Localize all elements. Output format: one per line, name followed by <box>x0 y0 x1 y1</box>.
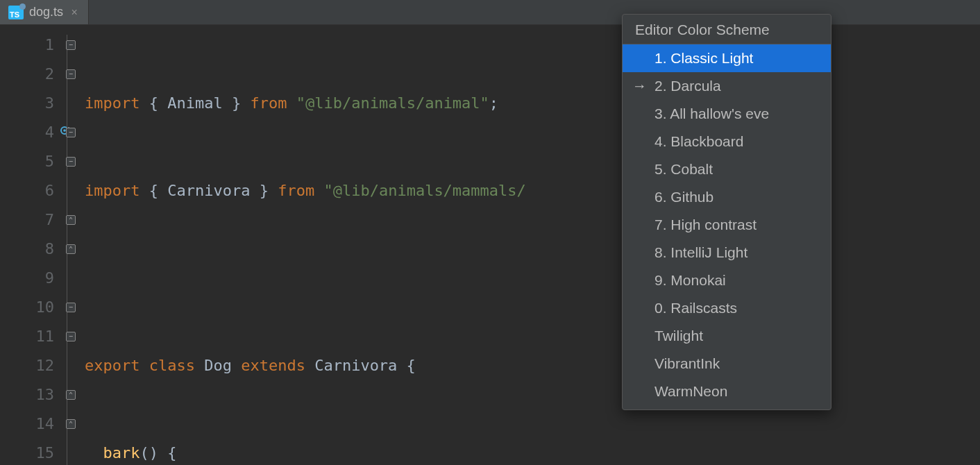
line-number-gutter: 1 2 3 4 5 6 7 8 9 10 11 12 13 14 15 <box>0 25 62 465</box>
color-scheme-option[interactable]: 1. Classic Light <box>623 44 831 72</box>
keyword: import <box>85 94 140 112</box>
color-scheme-option[interactable]: WarmNeon <box>623 378 831 405</box>
tab-filename: dog.ts <box>29 5 63 19</box>
color-scheme-option[interactable]: 9. Monokai <box>623 267 831 294</box>
color-scheme-option[interactable]: 6. Github <box>623 183 831 211</box>
color-scheme-option[interactable]: Twilight <box>623 322 831 350</box>
keyword: export <box>85 357 149 374</box>
keyword: class <box>149 357 204 374</box>
color-scheme-option[interactable]: →2. Darcula <box>623 72 831 100</box>
identifier: Animal <box>167 94 222 112</box>
color-scheme-option-label: 1. Classic Light <box>654 50 753 67</box>
string: "@lib/animals/animal" <box>296 94 489 112</box>
color-scheme-option-label: 0. Railscasts <box>654 300 737 316</box>
punctuation: { <box>167 444 176 462</box>
tab-dog-ts[interactable]: TS dog.ts × <box>0 0 89 24</box>
color-scheme-option-label: 5. Cobalt <box>654 161 713 178</box>
color-scheme-option[interactable]: 7. High contrast <box>623 211 831 239</box>
fold-marker-icon[interactable]: − <box>66 303 76 312</box>
fold-marker-icon[interactable]: − <box>66 69 76 79</box>
color-scheme-option-label: VibrantInk <box>654 355 720 372</box>
line-number: 10 <box>0 293 54 322</box>
color-scheme-option[interactable]: 0. Railscasts <box>623 294 831 322</box>
color-scheme-option[interactable]: VibrantInk <box>623 350 831 378</box>
line-number: 9 <box>0 264 54 293</box>
editor-area[interactable]: 1 2 3 4 5 6 7 8 9 10 11 12 13 14 15 − − … <box>0 25 980 465</box>
color-scheme-option[interactable]: 5. Cobalt <box>623 155 831 183</box>
punctuation: { <box>407 357 416 374</box>
line-number: 1 <box>0 31 54 60</box>
fold-marker-icon[interactable]: − <box>66 332 76 341</box>
line-number: 14 <box>0 409 54 439</box>
punctuation: ; <box>489 94 498 112</box>
keyword: import <box>85 182 140 199</box>
line-number: 5 <box>0 147 54 176</box>
fold-end-icon[interactable]: ⌃ <box>66 419 76 429</box>
punctuation: } <box>250 182 278 199</box>
keyword: extends <box>241 357 314 374</box>
color-scheme-option-label: WarmNeon <box>654 383 727 400</box>
popup-title: Editor Color Scheme <box>623 15 831 44</box>
color-scheme-option-label: 8. IntelliJ Light <box>654 244 747 261</box>
punctuation: } <box>223 94 251 112</box>
line-number: 13 <box>0 380 54 409</box>
string: "@lib/animals/mammals/ <box>323 182 525 199</box>
tab-bar: TS dog.ts × <box>0 0 980 25</box>
color-scheme-option-label: 3. All hallow's eve <box>654 105 769 122</box>
fold-marker-icon[interactable]: − <box>66 157 76 167</box>
keyword: from <box>250 94 296 112</box>
line-number: 15 <box>0 439 54 465</box>
line-number: 12 <box>0 351 54 380</box>
line-number: 8 <box>0 235 54 264</box>
class-name: Carnivora <box>314 357 406 374</box>
fold-end-icon[interactable]: ⌃ <box>66 244 76 254</box>
fold-column: − − − − ⌃ ⌃ − − ⌃ ⌃ <box>62 25 79 465</box>
color-scheme-option-label: Twilight <box>654 328 703 344</box>
color-scheme-option-label: 9. Monokai <box>654 272 726 289</box>
color-scheme-option-label: 2. Darcula <box>654 78 721 94</box>
color-scheme-popup: Editor Color Scheme 1. Classic Light→2. … <box>622 14 831 410</box>
typescript-file-icon: TS <box>8 6 24 19</box>
close-icon[interactable]: × <box>69 7 80 18</box>
punctuation: { <box>140 94 167 112</box>
color-scheme-option-label: 7. High contrast <box>654 217 757 233</box>
method-name: bark <box>103 444 140 462</box>
keyword: from <box>278 182 323 199</box>
line-number: 7 <box>0 205 54 235</box>
punctuation: { <box>140 182 167 199</box>
color-scheme-option[interactable]: 4. Blackboard <box>623 128 831 155</box>
class-name: Dog <box>204 357 241 374</box>
fold-marker-icon[interactable]: − <box>66 40 76 50</box>
fold-end-icon[interactable]: ⌃ <box>66 215 76 225</box>
indent <box>85 444 103 462</box>
line-number: 11 <box>0 322 54 351</box>
fold-marker-icon[interactable]: − <box>66 128 76 137</box>
color-scheme-option-label: 4. Blackboard <box>654 133 743 150</box>
color-scheme-option[interactable]: 8. IntelliJ Light <box>623 239 831 267</box>
line-number: 2 <box>0 60 54 89</box>
line-number: 4 <box>0 118 54 147</box>
fold-end-icon[interactable]: ⌃ <box>66 390 76 400</box>
punctuation: () <box>140 444 167 462</box>
current-scheme-arrow-icon: → <box>632 78 647 94</box>
color-scheme-option[interactable]: 3. All hallow's eve <box>623 100 831 128</box>
code-content[interactable]: import { Animal } from "@lib/animals/ani… <box>79 25 535 465</box>
line-number: 3 <box>0 89 54 118</box>
line-number: 6 <box>0 176 54 205</box>
identifier: Carnivora <box>167 182 250 199</box>
color-scheme-option-label: 6. Github <box>654 189 713 205</box>
